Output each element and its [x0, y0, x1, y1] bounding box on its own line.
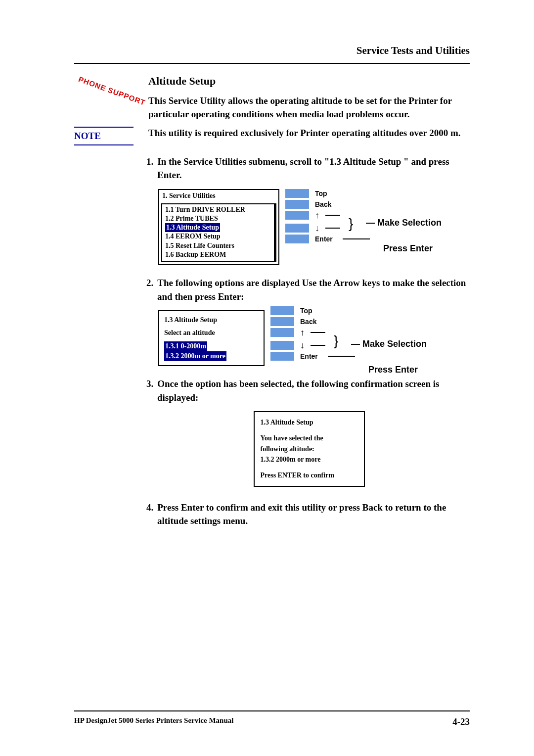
footer-manual-title: HP DesignJet 5000 Series Printers Servic… [74, 716, 233, 727]
note-text: This utility is required exclusively for… [148, 127, 470, 140]
button-top-label-2: Top [300, 307, 312, 315]
page-number: 4-23 [452, 716, 470, 727]
button-back-label-2: Back [300, 318, 316, 326]
button-enter [285, 235, 309, 243]
button-column-2: Top Back ↑ } ↓ Enter [270, 306, 355, 361]
lcd1-line6: 1.6 Backup EEROM [165, 250, 271, 259]
lcd1-line1: 1.1 Turn DRIVE ROLLER [165, 205, 271, 214]
subsection-title: Altitude Setup [148, 75, 470, 88]
lcd1-line2: 1.2 Prime TUBES [165, 214, 271, 223]
lcd3-line4: Press ENTER to confirm [261, 470, 358, 481]
button-enter-2 [270, 352, 294, 361]
footer-rule [74, 710, 470, 711]
lcd2-prompt: Select an altitude [164, 328, 259, 338]
lcd1-line5: 1.5 Reset Life Counters [165, 241, 271, 250]
diagram-1: 1. Service Utilities 1.1 Turn DRIVE ROLL… [158, 189, 470, 265]
button-up-2 [270, 328, 294, 337]
lcd1-line4: 1.4 EEROM Setup [165, 232, 271, 241]
step-4-text-b: Enter [181, 502, 204, 513]
make-selection-annotation-1: — Make Selection [366, 218, 442, 228]
step-4-num: 4. [146, 502, 153, 513]
step-3: 3.Once the option has been selected, the… [157, 377, 470, 404]
step-2: 2.The following options are displayed Us… [157, 276, 470, 303]
press-enter-annotation-1: Press Enter [383, 243, 433, 254]
step-3-text: Once the option has been selected, the f… [157, 378, 439, 403]
button-top-label: Top [315, 189, 327, 197]
lcd3-line2: following altitude: [261, 444, 358, 455]
lcd2-title: 1.3 Altitude Setup [164, 315, 259, 325]
lcd-screen-3: 1.3 Altitude Setup You have selected the… [254, 411, 365, 486]
make-selection-annotation-2: — Make Selection [351, 339, 427, 349]
arrow-down-icon-2: ↓ [300, 341, 305, 350]
button-back [285, 200, 309, 209]
intro-paragraph: This Service Utility allows the operatin… [148, 94, 470, 121]
step-1-text-b: Enter. [157, 170, 181, 180]
section-header: Service Tests and Utilities [356, 45, 470, 56]
button-column-1: Top Back ↑ } ↓ Enter [285, 189, 370, 243]
header-rule [74, 63, 470, 64]
lcd2-opt2-selected: 1.3.2 2000m or more [164, 351, 226, 361]
button-back-label: Back [315, 200, 331, 208]
button-enter-label-2: Enter [300, 352, 318, 360]
press-enter-annotation-2: Press Enter [368, 365, 418, 375]
step-2-num: 2. [146, 278, 153, 288]
lcd-screen-1: 1. Service Utilities 1.1 Turn DRIVE ROLL… [158, 189, 279, 265]
step-4-text-a: Press [157, 502, 181, 513]
step-1-num: 1. [146, 156, 153, 167]
note-label: NOTE [74, 131, 101, 141]
diagram-3: 1.3 Altitude Setup You have selected the… [148, 411, 470, 486]
step-1: 1.In the Service Utilities submenu, scro… [157, 155, 470, 182]
step-4-text-c: to confirm and exit this utility or pres… [204, 502, 362, 513]
lcd3-line1: You have selected the [261, 433, 358, 444]
phone-support-badge: PHONE SUPPORT [77, 75, 146, 107]
button-down [285, 224, 309, 233]
button-down-2 [270, 341, 294, 350]
step-1-text-a: In the Service Utilities submenu, scroll… [157, 156, 449, 167]
arrow-up-icon: ↑ [315, 211, 319, 220]
button-top-2 [270, 306, 294, 315]
step-4: 4.Press Enter to confirm and exit this u… [157, 501, 470, 528]
lcd1-title: 1. Service Utilities [159, 190, 278, 202]
page-footer: HP DesignJet 5000 Series Printers Servic… [74, 710, 470, 727]
step-2-text-b: Enter: [218, 291, 244, 302]
step-4-text-d: Back [362, 502, 383, 513]
diagram-2: 1.3 Altitude Setup Select an altitude 1.… [158, 310, 470, 366]
arrow-up-icon-2: ↑ [300, 328, 305, 337]
lcd3-title: 1.3 Altitude Setup [261, 417, 358, 428]
lcd-screen-2: 1.3 Altitude Setup Select an altitude 1.… [158, 310, 265, 366]
lcd1-line3-selected: 1.3 Altitude Setup [165, 223, 220, 232]
button-back-2 [270, 317, 294, 326]
step-3-num: 3. [146, 378, 153, 389]
arrow-down-icon: ↓ [315, 224, 319, 233]
step-2-text-a: The following options are displayed Use … [157, 278, 466, 302]
button-up [285, 211, 309, 220]
button-enter-label: Enter [315, 235, 333, 243]
button-top [285, 189, 309, 198]
lcd2-opt1-selected: 1.3.1 0-2000m [164, 341, 207, 351]
lcd3-line3: 1.3.2 2000m or more [261, 454, 358, 465]
